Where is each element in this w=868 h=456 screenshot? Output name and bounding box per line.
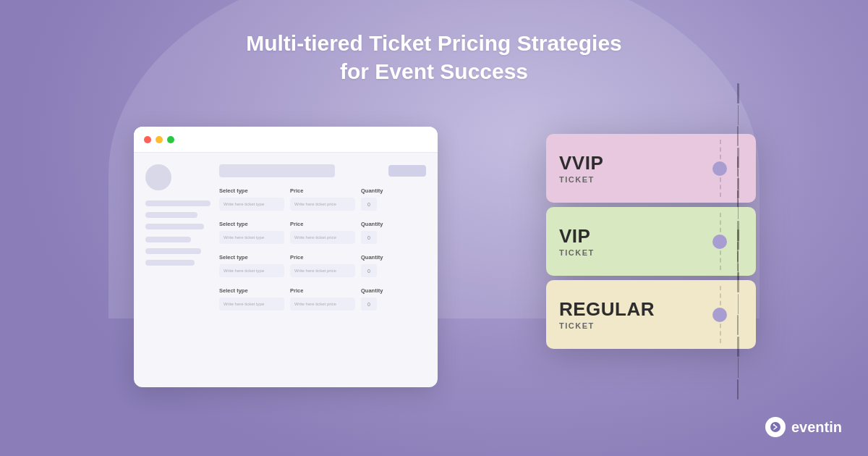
ticket-row-2: Select type Price Quantity Write here ti… (219, 221, 426, 244)
eventin-svg-icon (770, 421, 781, 433)
ticket-row-4: Select type Price Quantity Write here ti… (219, 287, 426, 311)
browser-mockup: Select type Price Quantity Write here ti… (134, 127, 438, 387)
ticket-price-input[interactable]: Write here ticket price (290, 297, 355, 311)
minimize-button-dot[interactable] (156, 136, 163, 143)
sidebar-nav-item (145, 248, 201, 254)
sidebar-nav-item (145, 260, 195, 266)
row-inputs: Write here ticket type Write here ticket… (219, 297, 426, 311)
sidebar-nav-item (145, 212, 197, 218)
row-labels: Select type Price Quantity (219, 221, 426, 227)
sidebar-avatar (145, 164, 171, 190)
page-title: Multi-tiered Ticket Pricing Strategies f… (0, 29, 868, 85)
sidebar-nav-item (145, 200, 210, 206)
row-inputs: Write here ticket type Write here ticket… (219, 231, 426, 244)
save-button-mock (388, 165, 426, 177)
ticket-type-input[interactable]: Write here ticket type (219, 231, 284, 244)
ticket-quantity-input[interactable]: 0 (361, 198, 377, 211)
row-labels: Select type Price Quantity (219, 287, 426, 294)
ticket-quantity-input[interactable]: 0 (361, 264, 377, 277)
sidebar-nav-item (145, 237, 191, 242)
search-bar-mock (219, 164, 335, 177)
vip-ticket-body: VIP TICKET (546, 207, 720, 276)
sidebar-nav-item (145, 224, 204, 229)
ticket-price-input[interactable]: Write here ticket price (290, 198, 355, 211)
eventin-icon (765, 417, 786, 437)
tickets-stack: VVIP TICKET VIP T (546, 134, 756, 353)
vvip-ticket: VVIP TICKET (546, 134, 756, 203)
browser-titlebar (134, 127, 438, 153)
ticket-type-input[interactable]: Write here ticket type (219, 198, 284, 211)
ticket-type-input[interactable]: Write here ticket type (219, 297, 284, 311)
browser-inner: Select type Price Quantity Write here ti… (134, 153, 438, 332)
app-main-content: Select type Price Quantity Write here ti… (219, 164, 426, 321)
title-area: Multi-tiered Ticket Pricing Strategies f… (0, 0, 868, 85)
row-inputs: Write here ticket type Write here ticket… (219, 198, 426, 211)
ticket-quantity-input[interactable]: 0 (361, 297, 377, 311)
regular-ticket-body: REGULAR TICKET (546, 280, 720, 349)
ticket-row-1: Select type Price Quantity Write here ti… (219, 187, 426, 211)
regular-barcode (737, 229, 739, 400)
svg-point-0 (770, 422, 780, 432)
row-labels: Select type Price Quantity (219, 187, 426, 194)
close-button-dot[interactable] (144, 136, 151, 143)
ticket-type-input[interactable]: Write here ticket type (219, 264, 284, 277)
svg-point-1 (773, 424, 775, 426)
ticket-price-input[interactable]: Write here ticket price (290, 264, 355, 277)
page-content: Multi-tiered Ticket Pricing Strategies f… (0, 0, 868, 456)
app-sidebar (145, 164, 210, 321)
ticket-row-3: Select type Price Quantity Write here ti… (219, 254, 426, 277)
regular-ticket: REGULAR TICKET (546, 280, 756, 349)
vip-ticket: VIP TICKET (546, 207, 756, 276)
ticket-price-input[interactable]: Write here ticket price (290, 231, 355, 244)
maximize-button-dot[interactable] (167, 136, 174, 143)
vvip-ticket-body: VVIP TICKET (546, 134, 720, 203)
eventin-logo: eventin (765, 417, 842, 437)
row-labels: Select type Price Quantity (219, 254, 426, 261)
row-inputs: Write here ticket type Write here ticket… (219, 264, 426, 277)
ticket-quantity-input[interactable]: 0 (361, 231, 377, 244)
